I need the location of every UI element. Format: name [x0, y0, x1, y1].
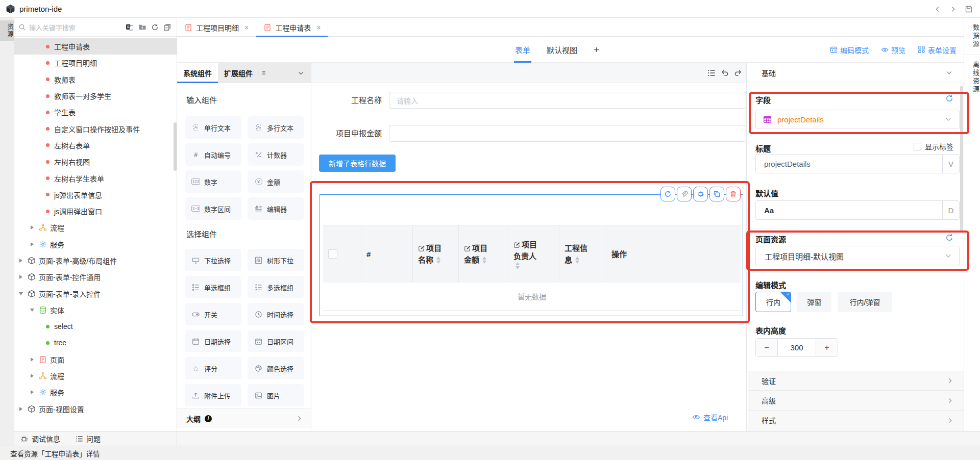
- stepper-minus-button[interactable]: −: [756, 339, 777, 356]
- palette-item-计数器[interactable]: 计数器: [248, 143, 304, 166]
- default-value-input[interactable]: Aa D: [755, 200, 960, 220]
- palette-item-开关[interactable]: 开关: [185, 303, 241, 325]
- tree-item-js弹出表单信息[interactable]: js弹出表单信息: [14, 187, 177, 203]
- collapse-all-icon[interactable]: [163, 23, 171, 31]
- caret-right-icon[interactable]: [18, 274, 23, 279]
- palette-item-金额[interactable]: ¥金额: [248, 170, 304, 193]
- caret-right-icon[interactable]: [18, 406, 23, 412]
- tree-item-页面-表单-高级/布局组件[interactable]: 页面-表单-高级/布局组件: [14, 252, 177, 269]
- resources-strip-tab[interactable]: 资源: [0, 20, 14, 41]
- edit-mode-行内/弹窗[interactable]: 行内/弹窗: [838, 292, 892, 312]
- title-suffix-button[interactable]: V: [942, 155, 959, 173]
- palette-item-下拉选择[interactable]: 下拉选择: [185, 249, 241, 271]
- outline-section[interactable]: 大纲 i: [177, 408, 311, 428]
- title-input[interactable]: projectDetails V: [755, 154, 960, 173]
- view-api-link[interactable]: 查看Api: [692, 412, 728, 422]
- section-验证[interactable]: 验证: [748, 371, 964, 391]
- search-input[interactable]: 输入关键字搜索: [29, 22, 126, 32]
- palette-item-颜色选择[interactable]: 颜色选择: [248, 357, 304, 379]
- palette-item-自动编号[interactable]: #自动编号: [185, 143, 241, 166]
- select-all-checkbox[interactable]: [328, 249, 337, 259]
- nav-back-icon[interactable]: [934, 6, 941, 13]
- page-resource-refresh-icon[interactable]: [945, 234, 953, 242]
- tree-item-服务[interactable]: 服务: [14, 236, 177, 252]
- save-icon[interactable]: [965, 5, 973, 13]
- section-高级[interactable]: 高级: [748, 391, 964, 411]
- action-编码模式[interactable]: 编码模式: [830, 45, 869, 55]
- right-strip-tab-离线资源[interactable]: 离线资源: [964, 55, 980, 100]
- tree-item-自定义窗口操作按钮及事件[interactable]: 自定义窗口操作按钮及事件: [14, 120, 177, 137]
- column-header-项目负责人[interactable]: 项目负责人: [508, 225, 559, 283]
- caret-down-icon[interactable]: [30, 308, 35, 313]
- palette-item-时间选择[interactable]: 时间选择: [248, 303, 304, 325]
- add-view-button[interactable]: +: [593, 37, 600, 63]
- tree-item-select[interactable]: select: [14, 318, 177, 335]
- tree-item-js调用弹出窗口[interactable]: js调用弹出窗口: [14, 203, 177, 219]
- tree-item-流程[interactable]: 流程: [14, 219, 177, 236]
- file-tab-工程项目明细[interactable]: 工程项目明细×: [177, 18, 256, 37]
- tab-system-components[interactable]: 系统组件: [177, 63, 218, 83]
- tree-item-左树右表单[interactable]: 左树右表单: [14, 137, 177, 154]
- sort-icon[interactable]: [516, 262, 520, 269]
- column-header-工程信息[interactable]: 工程信息: [559, 225, 606, 283]
- palette-collapse-icon[interactable]: [298, 70, 304, 76]
- tree-item-学生表[interactable]: 学生表: [14, 104, 177, 120]
- sort-icon[interactable]: [482, 257, 486, 264]
- tree-item-左树右视图[interactable]: 左树右视图: [14, 154, 177, 170]
- caret-right-icon[interactable]: [30, 373, 35, 378]
- default-suffix-button[interactable]: D: [942, 201, 959, 219]
- close-icon[interactable]: ×: [244, 23, 249, 32]
- palette-item-评分[interactable]: ☆评分: [185, 357, 241, 379]
- tree-item-左树右学生表单[interactable]: 左树右学生表单: [14, 170, 177, 186]
- edit-mode-行内[interactable]: 行内: [755, 292, 791, 312]
- action-预览[interactable]: 预览: [881, 45, 905, 55]
- inspector-scrollbar[interactable]: [960, 86, 963, 231]
- outline-tree-icon[interactable]: [707, 69, 716, 77]
- tree-item-教师表[interactable]: 教师表: [14, 71, 177, 88]
- close-icon[interactable]: ×: [316, 23, 321, 32]
- section-样式[interactable]: 样式: [748, 411, 964, 430]
- tab-extension-components[interactable]: 扩展组件: [218, 63, 259, 83]
- tree-item-页面-表单-录入控件[interactable]: 页面-表单-录入控件: [14, 285, 177, 301]
- widget-copy-button[interactable]: [709, 187, 724, 201]
- sort-icon[interactable]: [575, 257, 579, 264]
- stepper-value[interactable]: 300: [777, 339, 816, 356]
- widget-settings-button[interactable]: [693, 187, 708, 201]
- page-resource-select[interactable]: 工程项目明细-默认视图: [755, 246, 960, 266]
- widget-link-button[interactable]: [677, 187, 692, 201]
- view-tab-表单[interactable]: 表单: [514, 37, 531, 63]
- view-tab-默认视图[interactable]: 默认视图: [546, 37, 578, 63]
- palette-item-日期区间[interactable]: 日期区间: [248, 330, 304, 352]
- tree-item-流程[interactable]: 流程: [14, 368, 177, 384]
- subtable-widget[interactable]: #项目名称项目金额项目负责人工程信息操作 暂无数据: [320, 194, 743, 316]
- right-strip-tab-数据源[interactable]: 数据源: [964, 18, 980, 55]
- tree-item-服务[interactable]: 服务: [14, 384, 177, 400]
- show-label-control[interactable]: 显示标签: [914, 141, 953, 151]
- tree-item-页面-表单-控件通用[interactable]: 页面-表单-控件通用: [14, 269, 177, 285]
- widget-refresh-button[interactable]: [660, 187, 675, 201]
- project-name-input[interactable]: 请输入: [389, 92, 746, 109]
- import-resource-icon[interactable]: [126, 23, 134, 31]
- caret-right-icon[interactable]: [30, 242, 35, 247]
- palette-item-数字[interactable]: 123数字: [185, 170, 241, 193]
- column-header-项目名称[interactable]: 项目名称: [413, 225, 459, 283]
- tree-item-实体[interactable]: 实体: [14, 302, 177, 318]
- palette-item-单行文本[interactable]: A单行文本: [185, 116, 241, 139]
- column-header-项目金额[interactable]: 项目金额: [459, 225, 508, 283]
- field-refresh-icon[interactable]: [945, 94, 953, 103]
- add-subtable-row-button[interactable]: 新增子表格行数据: [319, 155, 396, 172]
- action-表单设置[interactable]: 表单设置: [918, 45, 957, 55]
- tree-item-教师表一对多学生[interactable]: 教师表一对多学生: [14, 88, 177, 104]
- nav-forward-icon[interactable]: [949, 6, 957, 13]
- tree-item-tree[interactable]: tree: [14, 335, 177, 351]
- caret-right-icon[interactable]: [30, 357, 35, 362]
- palette-item-编辑器[interactable]: 编辑器: [248, 197, 304, 220]
- undo-icon[interactable]: [721, 69, 729, 77]
- caret-down-icon[interactable]: [18, 291, 23, 296]
- palette-item-单选框组[interactable]: 单选框组: [185, 276, 241, 298]
- tree-item-页面[interactable]: 页面: [14, 351, 177, 368]
- palette-item-图片[interactable]: 图片: [248, 384, 304, 406]
- sort-icon[interactable]: [436, 257, 440, 264]
- palette-menu-icon[interactable]: ≡: [262, 69, 265, 76]
- field-select[interactable]: projectDetails: [755, 110, 960, 129]
